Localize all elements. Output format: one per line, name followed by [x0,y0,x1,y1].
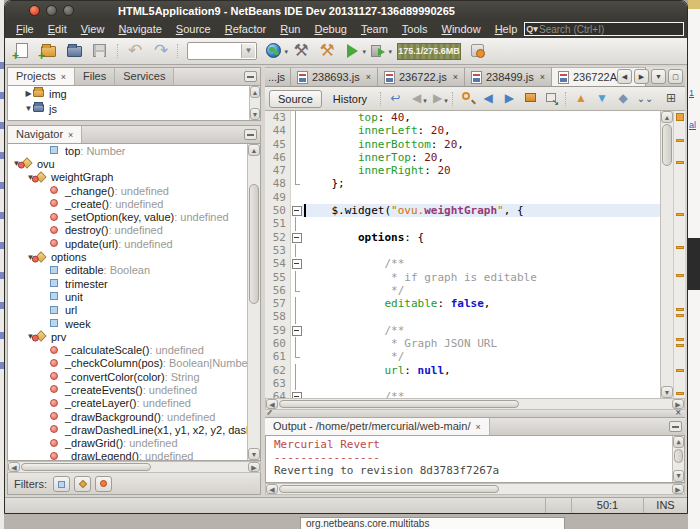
editor-hscrollbar[interactable]: ◀ ▶ [265,398,685,410]
menu-help[interactable]: Help [488,23,525,35]
close-icon[interactable]: × [68,130,73,140]
menu-edit[interactable]: Edit [41,23,74,35]
menu-view[interactable]: View [74,23,112,35]
code-text[interactable]: innerLeft: 20, [302,124,660,137]
code-line[interactable]: 62 url: null, [265,364,660,377]
code-line[interactable]: 46 innerTop: 20, [265,151,660,164]
code-text[interactable]: * Graph JSON URL [302,337,660,350]
code-text[interactable]: url: null, [302,364,660,377]
scroll-left-icon[interactable]: ◀ [266,484,278,494]
close-icon[interactable]: × [61,72,66,82]
menu-run[interactable]: Run [273,23,307,35]
error-mark[interactable] [676,308,684,311]
error-mark[interactable] [676,246,684,249]
code-line[interactable]: 51 [265,217,660,230]
clean-build-project-icon[interactable]: ⚒ [315,40,339,62]
code-text[interactable] [302,191,660,204]
output-hscrollbar[interactable]: ◀ ▶ [265,483,685,495]
static-filter-icon[interactable] [95,476,112,492]
search-input[interactable] [539,24,683,35]
menu-refactor[interactable]: Refactor [218,23,274,35]
code-line[interactable]: 64 /** [265,390,660,398]
minimize-panel-icon[interactable] [669,421,682,432]
split-document-icon[interactable]: ⊞ [661,89,681,108]
error-mark[interactable] [676,139,684,142]
code-line[interactable]: 52 options: { [265,231,660,244]
tab-output[interactable]: Output - /home/petr/mercurial/web-main/× [265,418,490,435]
next-occurrence-icon[interactable]: ▶ [500,89,518,108]
profile-project-icon[interactable] [467,40,491,62]
scroll-up-icon[interactable]: ▲ [248,144,260,156]
save-all-icon[interactable] [89,40,113,62]
error-mark[interactable] [676,161,684,164]
find-selection-icon[interactable] [458,89,476,108]
navigator-item[interactable]: top : Number [8,144,260,157]
scroll-left-icon[interactable]: ◀ [266,399,278,409]
error-mark[interactable] [676,274,684,277]
maximize-button[interactable] [63,5,74,16]
editor-tab-236722js[interactable]: 236722.js× [378,67,465,86]
code-text[interactable] [302,217,660,230]
menu-debug[interactable]: Debug [307,23,353,35]
code-text[interactable] [302,377,660,390]
navigator-item[interactable]: week [8,317,260,330]
code-text[interactable]: editable: false, [302,297,660,310]
menu-window[interactable]: Window [435,23,488,35]
code-line[interactable]: 63 [265,377,660,390]
navigator-item[interactable]: unit [8,290,260,303]
build-project-icon[interactable]: ⚒ [289,40,313,62]
close-icon[interactable]: × [475,422,480,432]
scrollbar-thumb[interactable] [279,400,519,408]
editor-tab-238499js[interactable]: 238499.js× [465,67,552,86]
source-view-button[interactable]: Source [269,90,322,108]
navigator-item[interactable]: _drawBackground() : undefined [8,410,260,423]
navigator-item[interactable]: destroy() : undefined [8,224,260,237]
code-line[interactable]: 50 $.widget("ovu.weightGraph", { [265,204,660,217]
new-file-icon[interactable]: + [11,40,35,62]
code-line[interactable]: 59 /** [265,324,660,337]
new-project-icon[interactable]: + [37,40,61,62]
code-line[interactable]: 47 innerRight: 20 [265,164,660,177]
undo-icon[interactable]: ↶ [123,40,147,62]
code-text[interactable]: top: 40, [302,111,660,124]
menu-file[interactable]: File [9,23,41,35]
scroll-down-icon[interactable]: ▼ [661,386,673,398]
navigator-item[interactable]: _drawLegend() : undefined [8,450,260,461]
close-icon[interactable]: × [540,72,545,82]
navigator-item[interactable]: ▼prv [8,330,260,343]
close-button[interactable] [29,5,40,16]
minimize-panel-icon[interactable] [244,129,257,140]
navigator-item[interactable]: _createEvents() : undefined [8,383,260,396]
menu-navigate[interactable]: Navigate [111,23,168,35]
code-text[interactable]: */ [302,284,660,297]
error-stripe[interactable] [673,111,685,398]
code-line[interactable]: 49 [265,191,660,204]
fold-collapse-icon[interactable] [291,324,302,337]
navigator-item[interactable]: _setOption(key, value) : undefined [8,210,260,223]
memory-monitor[interactable]: 175.1/275.6MB [397,43,461,60]
navigator-item[interactable]: _calculateScale() : undefined [8,343,260,356]
error-mark[interactable] [676,369,684,372]
forward-icon[interactable]: ▶▾ [429,89,447,108]
code-line[interactable]: 60 * Graph JSON URL [265,337,660,350]
close-icon[interactable]: × [366,72,371,82]
toggle-bookmark-icon[interactable]: ◆ [614,89,632,108]
debug-project-icon[interactable]: ▾ [367,40,391,62]
close-icon[interactable]: × [675,407,681,418]
error-mark[interactable] [676,314,684,317]
fold-collapse-icon[interactable] [291,257,302,270]
code-text[interactable]: /** [302,257,660,270]
tab-services[interactable]: Services [115,68,174,85]
open-project-icon[interactable] [63,40,87,62]
code-text[interactable]: * if graph is editable [302,271,660,284]
output-console[interactable]: Mercurial Revert----------------Revertin… [265,436,685,483]
scrollbar-thumb[interactable] [21,463,151,471]
scrollbar-thumb[interactable] [279,485,499,493]
code-text[interactable]: options: { [302,231,660,244]
navigator-item[interactable]: trimester [8,277,260,290]
navigator-item[interactable]: _createLayer() : undefined [8,397,260,410]
fold-collapse-icon[interactable] [291,390,302,398]
tab-list-icon[interactable]: ▼ [651,69,666,84]
panel-splitter[interactable]: × [265,410,685,418]
tab-projects[interactable]: Projects× [8,68,75,85]
